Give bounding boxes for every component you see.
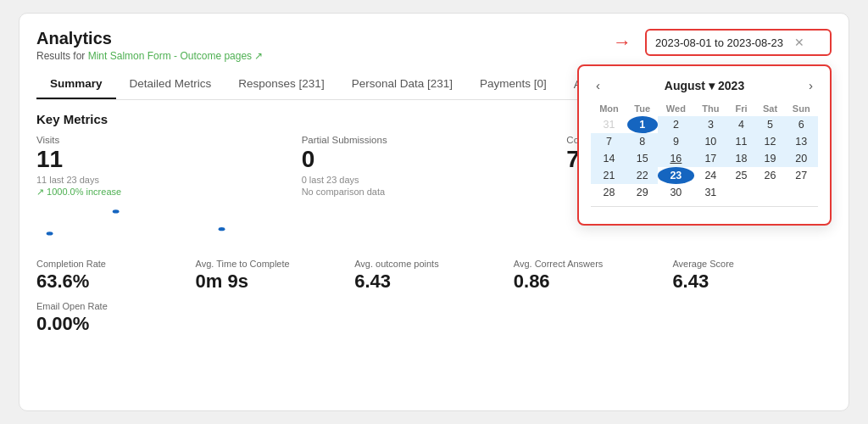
subtitle-text: Results for [36,50,85,62]
cal-month-year: August ▾ 2023 [665,79,744,92]
tab-payments[interactable]: Payments [0] [466,70,560,99]
calendar-day[interactable]: 5 [756,116,785,133]
calendar-day[interactable]: 7 [591,133,627,150]
calendar-day[interactable]: 22 [627,167,658,184]
date-input-text: 2023-08-01 to 2023-08-23 [655,36,787,49]
calendar-day[interactable]: 30 [658,184,695,201]
bottom-metrics: Completion Rate 63.6% Avg. Time to Compl… [36,259,832,293]
completion-rate-label: Completion Rate [36,259,182,269]
cal-dropdown-icon[interactable]: ▾ [709,79,715,92]
calendar-day[interactable]: 20 [785,150,819,167]
calendar-day[interactable]: 4 [727,116,756,133]
calendar-day[interactable]: 28 [591,184,627,201]
calendar-day[interactable]: 8 [627,133,658,150]
avg-correct-label: Avg. Correct Answers [514,259,659,269]
title-section: Analytics Results for Mint Salmon Form -… [36,29,263,62]
avg-outcome-label: Avg. outcome points [354,259,500,269]
partial-sub2: No comparison data [302,187,550,197]
calendar-day[interactable]: 24 [694,167,726,184]
completion-rate-value: 63.6% [36,271,182,293]
date-input[interactable]: 2023-08-01 to 2023-08-23 ✕ [645,29,832,56]
visits-sub2: ↗ 1000.0% increase [36,187,285,198]
cal-dow-sat: Sat [756,101,785,116]
calendar-day[interactable]: 10 [694,133,726,150]
email-open-label: Email Open Rate [36,301,832,311]
subtitle-link[interactable]: Mint Salmon Form - Outcome pages ↗ [88,50,264,62]
email-metric: Email Open Rate 0.00% [36,301,832,335]
calendar-day[interactable] [727,184,756,201]
calendar-day[interactable]: 25 [727,167,756,184]
calendar-day[interactable]: 31 [694,184,726,201]
header-row: Analytics Results for Mint Salmon Form -… [36,29,832,62]
calendar-day[interactable]: 6 [785,116,819,133]
cal-dow-fri: Fri [727,101,756,116]
cal-dow-tue: Tue [627,101,658,116]
svg-point-1 [113,209,120,213]
partial-value: 0 [302,147,550,173]
date-close-icon[interactable]: ✕ [794,36,804,49]
calendar-day[interactable]: 21 [591,167,627,184]
calendar-week-row: 14151617181920 [591,150,818,167]
avg-time-value: 0m 9s [196,271,342,293]
calendar-week-row: 78910111213 [591,133,818,150]
calendar-day[interactable]: 16 [658,150,695,167]
visits-sub1: 11 last 23 days [36,175,285,185]
app-title: Analytics [36,29,263,48]
metric-avg-outcome: Avg. outcome points 6.43 [354,259,514,293]
cal-dow-thu: Thu [694,101,726,116]
visits-label: Visits [36,135,285,145]
calendar-week-row: 21222324252627 [591,167,818,184]
svg-point-0 [47,232,53,235]
tab-responses[interactable]: Responses [231] [225,70,337,99]
metric-visits: Visits 11 11 last 23 days ↗ 1000.0% incr… [36,135,302,198]
calendar-day[interactable]: 11 [727,133,756,150]
cal-year-label: 2023 [718,79,744,92]
calendar-day[interactable]: 17 [694,150,726,167]
cal-dow-mon: Mon [591,101,627,116]
main-card: Analytics Results for Mint Salmon Form -… [19,13,849,411]
avg-score-value: 6.43 [672,271,818,293]
calendar-day[interactable]: 27 [785,167,819,184]
metric-avg-score: Average Score 6.43 [672,259,832,293]
subtitle: Results for Mint Salmon Form - Outcome p… [36,50,263,62]
calendar-day[interactable]: 12 [756,133,785,150]
tab-summary[interactable]: Summary [36,70,116,99]
calendar-day[interactable]: 19 [756,150,785,167]
calendar-day[interactable] [785,184,819,201]
avg-outcome-value: 6.43 [354,271,500,293]
calendar-day[interactable]: 31 [591,116,627,133]
metric-completion-rate: Completion Rate 63.6% [36,259,196,293]
calendar-grid: Mon Tue Wed Thu Fri Sat Sun 311234567891… [591,101,818,201]
calendar-body: 3112345678910111213141516171819202122232… [591,116,818,201]
metric-avg-time: Avg. Time to Complete 0m 9s [196,259,355,293]
calendar-day[interactable]: 26 [756,167,785,184]
tab-personal-data[interactable]: Personal Data [231] [338,70,466,99]
calendar-day[interactable]: 9 [658,133,695,150]
date-range-container: → 2023-08-01 to 2023-08-23 ✕ ‹ August ▾ … [613,29,832,56]
calendar-day[interactable]: 18 [727,150,756,167]
calendar-week-row: 28293031 [591,184,818,201]
calendar-next-arrow[interactable]: › [804,76,818,94]
sparkline-visits [36,203,302,247]
tab-detailed-metrics[interactable]: Detailed Metrics [116,70,225,99]
svg-point-2 [219,227,225,231]
calendar-prev-arrow[interactable]: ‹ [591,76,605,94]
avg-score-label: Average Score [672,259,818,269]
metric-avg-correct: Avg. Correct Answers 0.86 [514,259,673,293]
cal-dow-sun: Sun [785,101,819,116]
metric-partial: Partial Submissions 0 0 last 23 days No … [302,135,567,197]
calendar-day[interactable]: 2 [658,116,695,133]
calendar-day[interactable]: 3 [694,116,726,133]
calendar-day[interactable]: 15 [627,150,658,167]
arrow-indicator: → [613,31,632,53]
key-metrics-title: Key Metrics [36,112,108,126]
calendar-day[interactable]: 23 [658,167,695,184]
calendar-day[interactable]: 13 [785,133,819,150]
calendar-day[interactable] [756,184,785,201]
avg-correct-value: 0.86 [514,271,659,293]
calendar-day[interactable]: 29 [627,184,658,201]
calendar-header-row: Mon Tue Wed Thu Fri Sat Sun [591,101,818,116]
calendar-day[interactable]: 1 [627,116,658,133]
sparkline-partial [302,203,567,247]
calendar-day[interactable]: 14 [591,150,627,167]
